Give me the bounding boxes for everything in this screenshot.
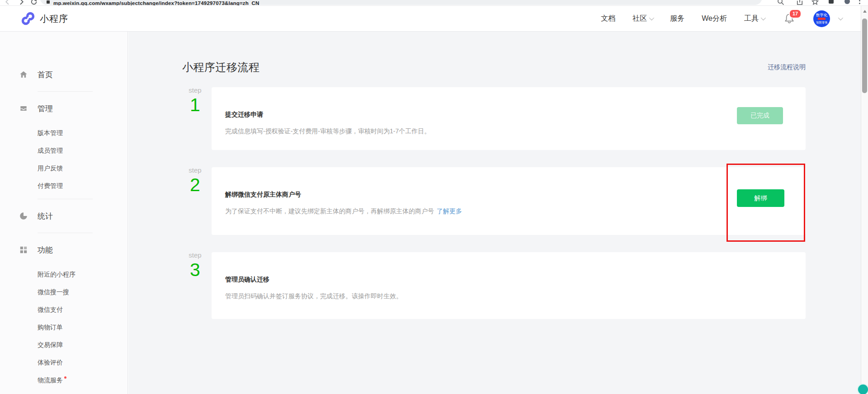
sidebar-subitem-members[interactable]: 成员管理 [38,142,127,159]
miniprogram-logo-icon[interactable] [20,10,36,27]
step-title: 管理员确认迁移 [225,275,806,284]
share-icon[interactable] [796,0,804,6]
app-header: 小程序 文档 社区 服务 We分析 工具 17 数字化 智慧零售 [0,6,868,32]
pie-chart-icon [19,211,28,220]
nav-service[interactable]: 服务 [670,14,684,23]
sidebar-subitem-guarantee[interactable]: 交易保障 [38,336,127,354]
account-chevron-down-icon[interactable] [838,15,843,20]
search-icon[interactable] [777,0,785,6]
step-number: 1 [182,95,208,115]
sidebar-item-home[interactable]: 首页 [19,68,127,81]
site-info-icon[interactable] [47,0,50,4]
sidebar: 首页 管理 版本管理 成员管理 用户反馈 付费管理 统计 功能 附近的小程序 微… [0,32,128,394]
step-desc: 完成信息填写-授权验证-支付费用-审核等步骤，审核时间为1-7个工作日。 [225,127,806,136]
page-title: 小程序迁移流程 [182,60,260,75]
url-text: mp.weixin.qq.com/wxamp/subjectchange/ind… [53,0,259,6]
reload-icon[interactable] [30,0,38,6]
scroll-up-arrow-icon[interactable] [863,10,867,13]
grid-icon [19,245,28,254]
avatar-red-chip [818,18,826,20]
step-row-1: step 1 提交迁移申请 完成信息填写-授权验证-支付费用-审核等步骤，审核时… [182,87,806,150]
sidebar-subitem-wepay[interactable]: 微信支付 [38,301,127,319]
account-avatar[interactable]: 数字化 智慧零售 [813,10,830,27]
sidebar-subitem-search[interactable]: 微信搜一搜 [38,283,127,301]
manage-sublist: 版本管理 成员管理 用户反馈 付费管理 [0,124,127,195]
home-icon [19,70,28,79]
sidebar-divider [38,199,93,199]
sidebar-subitem-feedback[interactable]: 用户反馈 [38,159,127,177]
migration-help-link[interactable]: 迁移流程说明 [768,63,806,71]
step-number: 3 [182,260,208,280]
sidebar-subitem-orders[interactable]: 购物订单 [38,319,127,336]
step-number: 2 [182,175,208,195]
sidebar-subitem-logistics[interactable]: 物流服务 [38,371,127,389]
chevron-down-icon [649,15,654,20]
nav-community[interactable]: 社区 [632,14,653,23]
step-desc: 管理员扫码确认并签订服务协议，完成迁移。该操作即时生效。 [225,291,806,300]
step-row-3: step 3 管理员确认迁移 管理员扫码确认并签订服务协议，完成迁移。该操作即时… [182,252,806,319]
step-title: 提交迁移申请 [225,110,806,119]
sidebar-subitem-review[interactable]: 体验评价 [38,354,127,371]
scrollbar-thumb[interactable] [862,19,867,93]
browser-profile-icon[interactable] [844,0,850,4]
tray-icon [19,104,28,113]
page-scrollbar[interactable] [861,6,868,394]
nav-tools[interactable]: 工具 [744,14,764,23]
nav-we-analytics[interactable]: We分析 [702,14,727,23]
step-word: step [182,87,208,94]
main-panel: 小程序迁移流程 迁移流程说明 step 1 提交迁移申请 完成信息填写-授权验证… [128,32,861,394]
chevron-down-icon [761,15,766,20]
step-title: 解绑微信支付原主体商户号 [225,190,806,199]
sidebar-item-features[interactable]: 功能 [19,243,127,257]
sidebar-divider [38,233,93,233]
nav-docs[interactable]: 文档 [601,14,615,23]
url-bar[interactable]: mp.weixin.qq.com/wxamp/subjectchange/ind… [40,0,762,5]
step-card-confirm: 管理员确认迁移 管理员扫码确认并签订服务协议，完成迁移。该操作即时生效。 [212,252,806,319]
back-icon[interactable] [4,0,12,6]
sidebar-subitem-nearby[interactable]: 附近的小程序 [38,266,127,283]
sidebar-divider [38,91,93,92]
step-row-2: step 2 解绑微信支付原主体商户号 为了保证支付不中断，建议先绑定新主体的商… [182,167,806,235]
unbind-button[interactable]: 解绑 [737,189,784,207]
bookmark-star-icon[interactable] [811,0,819,6]
step-card-unbind: 解绑微信支付原主体商户号 为了保证支付不中断，建议先绑定新主体的商户号，再解绑原… [212,167,806,235]
step-card-submit: 提交迁移申请 完成信息填写-授权验证-支付费用-审核等步骤，审核时间为1-7个工… [212,87,806,150]
sidebar-subitem-payment[interactable]: 付费管理 [38,177,127,195]
extension-icon[interactable] [829,0,834,4]
sidebar-item-stats[interactable]: 统计 [19,209,127,223]
browser-menu-icon[interactable] [859,0,860,5]
step-desc: 为了保证支付不中断，建议先绑定新主体的商户号，再解绑原主体的商户号了解更多 [225,206,806,216]
completed-button: 已完成 [737,107,783,124]
forward-icon[interactable] [17,0,25,6]
notification-bell-button[interactable]: 17 [783,13,795,24]
new-badge-dot [64,376,66,379]
notification-badge: 17 [789,9,802,19]
app-title: 小程序 [40,13,68,25]
sidebar-subitem-version[interactable]: 版本管理 [38,124,127,142]
browser-chrome: mp.weixin.qq.com/wxamp/subjectchange/ind… [0,0,868,6]
learn-more-link[interactable]: 了解更多 [437,207,462,215]
step-word: step [182,167,208,174]
features-sublist: 附近的小程序 微信搜一搜 微信支付 购物订单 交易保障 体验评价 物流服务 [0,266,127,389]
top-nav: 文档 社区 服务 We分析 工具 [601,14,764,23]
step-word: step [182,252,208,258]
sidebar-item-manage[interactable]: 管理 [19,102,127,115]
floating-assistant-widget[interactable] [857,384,868,394]
